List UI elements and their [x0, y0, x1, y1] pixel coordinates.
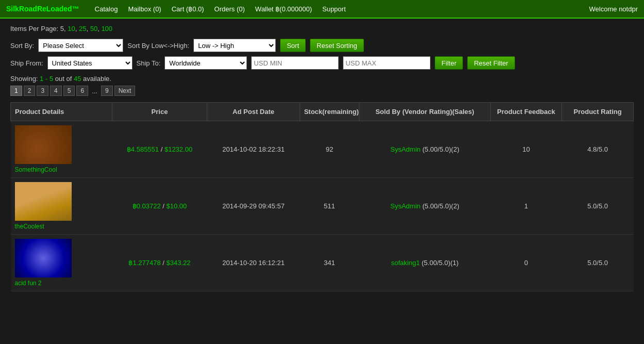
page-4[interactable]: 4 — [50, 86, 62, 96]
page-next[interactable]: Next — [114, 86, 136, 96]
sort-by-label: Sort By: — [10, 42, 34, 50]
header-date: Ad Post Date — [207, 103, 300, 121]
header-vendor: Sold By (Vendor Rating)(Sales) — [359, 103, 490, 121]
rating-cell-2: 5.0/5.0 — [562, 178, 634, 235]
pagination-ellipsis: ... — [90, 86, 100, 96]
page-6[interactable]: 6 — [76, 86, 88, 96]
price-sep-1: / — [161, 145, 164, 153]
price-btc-2: ฿0.03722 — [133, 202, 161, 210]
price-sep-3: / — [162, 259, 166, 267]
nav-orders[interactable]: Orders (0) — [214, 5, 245, 13]
ship-to-select[interactable]: Worldwide United States — [164, 56, 247, 70]
showing-total: 45 — [74, 75, 81, 83]
header-rating: Product Rating — [562, 103, 634, 121]
date-cell-1: 2014-10-02 18:22:31 — [207, 121, 300, 178]
nav-links: Catalog Mailbox (0) Cart (฿0.0) Orders (… — [95, 5, 589, 13]
feedback-cell-1: 10 — [490, 121, 562, 178]
brand-logo: SilkRoadReLoaded™ — [6, 5, 79, 13]
sort-dir-label: Sort By Low<->High: — [127, 42, 189, 50]
nav-support[interactable]: Support — [322, 5, 346, 13]
stock-cell-3: 341 — [300, 235, 359, 291]
showing-out-of: out of — [55, 75, 72, 83]
ship-from-select[interactable]: United States Worldwide — [47, 56, 133, 70]
items-per-page-25[interactable]: 25 — [79, 25, 86, 32]
product-cell-3: acid fun 2 — [11, 235, 112, 291]
product-name-3[interactable]: acid fun 2 — [15, 280, 42, 287]
price-usd-1: $1232.00 — [164, 145, 192, 153]
vendor-rating-1: (5.00/5.0)(2) — [422, 145, 459, 153]
reset-sorting-button[interactable]: Reset Sorting — [310, 39, 364, 52]
header-feedback: Product Feedback — [490, 103, 562, 121]
usd-max-input[interactable] — [343, 56, 431, 70]
vendor-cell-3: sofaking1 (5.00/5.0)(1) — [359, 235, 490, 291]
rating-cell-1: 4.8/5.0 — [562, 121, 634, 178]
nav-catalog[interactable]: Catalog — [95, 5, 118, 13]
nav-wallet[interactable]: Wallet ฿(0.000000) — [255, 5, 312, 13]
welcome-text: Welcome notdpr — [589, 5, 638, 13]
date-cell-2: 2014-09-29 09:45:57 — [207, 178, 300, 235]
nav-cart[interactable]: Cart (฿0.0) — [172, 5, 204, 13]
product-cell-2: theCoolest — [11, 178, 112, 235]
feedback-cell-2: 1 — [490, 178, 562, 235]
vendor-cell-2: SysAdmin (5.00/5.0)(2) — [359, 178, 490, 235]
showing-row: Showing: 1 - 5 out of 45 available. — [10, 75, 634, 83]
product-name-2[interactable]: theCoolest — [15, 223, 44, 230]
showing-range: 1 - 5 — [40, 75, 53, 83]
product-name-1[interactable]: SomethingCool — [15, 166, 57, 173]
price-btc-1: ฿4.585551 — [127, 145, 159, 153]
items-per-page-100[interactable]: 100 — [101, 25, 112, 32]
table-row: SomethingCool ฿4.585551 / $1232.00 2014-… — [11, 121, 634, 178]
feedback-cell-3: 0 — [490, 235, 562, 291]
price-cell-2: ฿0.03722 / $10.00 — [112, 178, 207, 235]
price-cell-1: ฿4.585551 / $1232.00 — [112, 121, 207, 178]
ship-row: Ship From: United States Worldwide Ship … — [10, 56, 634, 70]
vendor-cell-1: SysAdmin (5.00/5.0)(2) — [359, 121, 490, 178]
table-header-row: Product Details Price Ad Post Date Stock… — [11, 103, 634, 121]
vendor-link-2[interactable]: SysAdmin — [390, 202, 421, 210]
date-cell-3: 2014-10-20 16:12:21 — [207, 235, 300, 291]
usd-min-input[interactable] — [251, 56, 339, 70]
sort-dir-select[interactable]: Low -> High High -> Low — [193, 39, 276, 52]
page-3[interactable]: 3 — [37, 86, 48, 96]
ship-from-label: Ship From: — [10, 59, 43, 67]
product-image-3[interactable] — [15, 239, 72, 277]
vendor-link-3[interactable]: sofaking1 — [391, 259, 420, 267]
page-1[interactable]: 1 — [10, 86, 22, 96]
product-cell-1: SomethingCool — [11, 121, 112, 178]
items-per-page-50[interactable]: 50 — [90, 25, 97, 32]
header-stock: Stock(remaining) — [300, 103, 359, 121]
product-image-2[interactable] — [15, 182, 72, 221]
navbar: SilkRoadReLoaded™ Catalog Mailbox (0) Ca… — [0, 0, 644, 19]
table-row: theCoolest ฿0.03722 / $10.00 2014-09-29 … — [11, 178, 634, 235]
vendor-rating-3: (5.00/5.0)(1) — [422, 259, 459, 267]
stock-cell-2: 511 — [300, 178, 359, 235]
stock-cell-1: 92 — [300, 121, 359, 178]
items-per-page-10[interactable]: 10 — [68, 25, 75, 32]
sort-by-select[interactable]: Please Select — [38, 39, 123, 52]
reset-filter-button[interactable]: Reset Filter — [467, 56, 515, 70]
sort-row: Sort By: Please Select Sort By Low<->Hig… — [10, 39, 634, 52]
pagination: 1 2 3 4 5 6 ... 9 Next — [10, 86, 634, 96]
product-image-1[interactable] — [15, 125, 72, 164]
filter-button[interactable]: Filter — [435, 56, 463, 70]
rating-cell-3: 5.0/5.0 — [562, 235, 634, 291]
price-btc-3: ฿1.277478 — [128, 259, 160, 267]
page-2[interactable]: 2 — [24, 86, 36, 96]
vendor-rating-2: (5.00/5.0)(2) — [422, 202, 459, 210]
vendor-link-1[interactable]: SysAdmin — [390, 145, 421, 153]
price-cell-3: ฿1.277478 / $343.22 — [112, 235, 207, 291]
price-sep-2: / — [162, 202, 166, 210]
sort-button[interactable]: Sort — [280, 39, 306, 52]
page-9[interactable]: 9 — [101, 86, 113, 96]
price-usd-3: $343.22 — [167, 259, 191, 267]
header-price: Price — [112, 103, 207, 121]
showing-label: Showing: — [10, 75, 38, 83]
page-5[interactable]: 5 — [63, 86, 75, 96]
table-row: acid fun 2 ฿1.277478 / $343.22 2014-10-2… — [11, 235, 634, 291]
main-content: Items Per Page: 5, 10, 25, 50, 100 Sort … — [0, 19, 644, 298]
nav-mailbox[interactable]: Mailbox (0) — [128, 5, 161, 13]
ship-to-label: Ship To: — [137, 59, 161, 67]
showing-suffix: available. — [83, 75, 111, 83]
catalog-table: Product Details Price Ad Post Date Stock… — [10, 102, 634, 291]
items-per-page: Items Per Page: 5, 10, 25, 50, 100 — [10, 25, 634, 32]
